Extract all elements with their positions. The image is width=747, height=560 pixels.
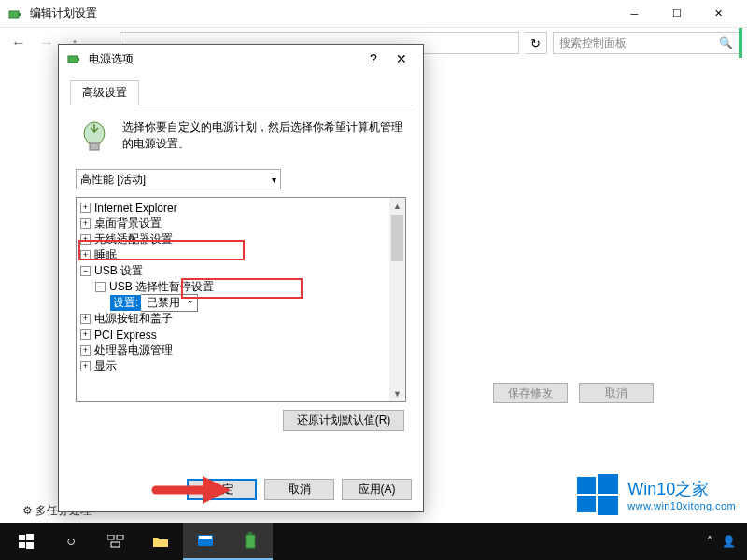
tab-content: 选择你要自定义的电源计划，然后选择你希望计算机管理的电源设置。 高性能 [活动]… — [70, 105, 412, 408]
forward-button[interactable]: → — [35, 32, 58, 54]
chevron-down-icon: ▾ — [272, 175, 276, 185]
search-icon: 🔍 — [719, 36, 733, 49]
close-button[interactable]: ✕ — [698, 1, 740, 27]
parent-button-row: 保存修改 取消 — [493, 383, 654, 403]
svg-rect-5 — [90, 143, 99, 150]
parent-title: 编辑计划设置 — [30, 6, 613, 21]
chevron-down-icon: ⌄ — [187, 296, 194, 305]
svg-rect-20 — [248, 532, 252, 535]
dialog-titlebar: 电源选项 ? ✕ — [59, 45, 423, 73]
start-button[interactable] — [4, 523, 49, 560]
windows-logo-icon — [577, 474, 618, 515]
tree-item-usb[interactable]: −USB 设置 — [77, 263, 389, 279]
svg-rect-8 — [577, 496, 596, 512]
svg-rect-15 — [117, 535, 123, 539]
expand-icon[interactable]: + — [80, 250, 91, 260]
tray-people-icon[interactable]: 👤 — [722, 535, 736, 548]
expand-icon[interactable]: + — [80, 203, 91, 213]
window-controls: ─ ☐ ✕ — [613, 1, 740, 27]
watermark: Win10之家 www.win10xitong.com — [577, 474, 736, 515]
collapse-icon[interactable]: − — [95, 282, 106, 292]
svg-rect-0 — [9, 11, 19, 18]
settings-tree: +Internet Explorer +桌面背景设置 +无线适配器设置 +睡眠 … — [76, 197, 406, 402]
dialog-title: 电源选项 — [89, 51, 359, 67]
minimize-button[interactable]: ─ — [613, 1, 655, 27]
battery-icon — [244, 532, 257, 549]
scroll-thumb[interactable] — [391, 215, 403, 261]
taskbar: ○ ˄ 👤 — [0, 523, 747, 560]
info-row: 选择你要自定义的电源计划，然后选择你希望计算机管理的电源设置。 — [76, 119, 406, 156]
annotation-arrow — [151, 471, 235, 505]
tree-scrollbar[interactable]: ▲ ▼ — [389, 198, 405, 401]
cortana-button[interactable]: ○ — [49, 523, 93, 560]
svg-rect-16 — [111, 542, 120, 547]
parent-titlebar: 编辑计划设置 ─ ☐ ✕ — [0, 0, 747, 28]
tab-advanced[interactable]: 高级设置 — [70, 80, 139, 105]
svg-rect-2 — [68, 56, 78, 63]
svg-rect-3 — [78, 58, 79, 61]
tray-chevron-up-icon[interactable]: ˄ — [707, 535, 712, 548]
expand-icon[interactable]: + — [80, 345, 91, 356]
tree-item-desktop-bg[interactable]: +桌面背景设置 — [77, 216, 389, 231]
expand-icon[interactable]: + — [80, 329, 91, 340]
svg-rect-6 — [577, 477, 596, 494]
svg-rect-10 — [19, 535, 25, 540]
settings-window-icon — [197, 534, 214, 547]
refresh-button[interactable]: ↻ — [525, 32, 547, 54]
svg-rect-13 — [26, 542, 34, 549]
scroll-down-icon[interactable]: ▼ — [389, 385, 405, 401]
svg-rect-18 — [199, 536, 212, 539]
task-view-button[interactable] — [93, 523, 138, 560]
setting-combo[interactable]: 设置: 已禁用⌄ — [110, 295, 198, 311]
tree-item-ie[interactable]: +Internet Explorer — [77, 200, 389, 216]
windows-icon — [19, 534, 34, 549]
apply-button[interactable]: 应用(A) — [342, 479, 412, 500]
tree-item-sleep[interactable]: +睡眠 — [77, 247, 389, 263]
tree-item-pci-express[interactable]: +PCI Express — [77, 327, 389, 343]
taskbar-app-power[interactable] — [228, 523, 273, 560]
svg-rect-12 — [19, 542, 25, 548]
taskbar-app-folder[interactable] — [138, 523, 183, 560]
svg-rect-11 — [26, 534, 34, 540]
tree-item-usb-suspend[interactable]: −USB 选择性暂停设置 — [77, 279, 389, 295]
expand-icon[interactable]: + — [80, 361, 91, 371]
watermark-title: Win10之家 — [627, 478, 736, 500]
expand-icon[interactable]: + — [80, 314, 91, 324]
plan-select[interactable]: 高性能 [活动] ▾ — [76, 169, 281, 189]
expand-icon[interactable]: + — [80, 218, 91, 229]
tree-item-usb-setting: 设置: 已禁用⌄ — [77, 295, 389, 311]
search-input[interactable]: 搜索控制面板 🔍 — [553, 32, 740, 54]
svg-rect-9 — [598, 496, 618, 515]
setting-value: 已禁用⌄ — [141, 294, 198, 312]
cancel-button[interactable]: 取消 — [264, 479, 334, 500]
expand-icon[interactable]: + — [80, 234, 91, 245]
folder-icon — [152, 535, 169, 548]
svg-rect-19 — [246, 535, 255, 548]
dialog-close-button[interactable]: ✕ — [388, 51, 416, 66]
tree-inner: +Internet Explorer +桌面背景设置 +无线适配器设置 +睡眠 … — [77, 198, 389, 401]
taskbar-app-settings[interactable] — [183, 523, 228, 560]
cancel-parent-button[interactable]: 取消 — [579, 383, 654, 403]
power-options-dialog: 电源选项 ? ✕ 高级设置 选择你要自定义的电源计划，然后选择你希望计算机管理的… — [58, 44, 424, 512]
info-text: 选择你要自定义的电源计划，然后选择你希望计算机管理的电源设置。 — [122, 119, 406, 156]
setting-label: 设置: — [110, 295, 141, 311]
dialog-body: 高级设置 选择你要自定义的电源计划，然后选择你希望计算机管理的电源设置。 高性能… — [59, 73, 423, 415]
task-view-icon — [107, 535, 124, 548]
tab-bar: 高级设置 — [70, 80, 412, 105]
system-tray: ˄ 👤 — [707, 535, 743, 548]
tree-item-cpu-power[interactable]: +处理器电源管理 — [77, 343, 389, 358]
tree-item-wireless[interactable]: +无线适配器设置 — [77, 231, 389, 247]
scroll-up-icon[interactable]: ▲ — [389, 198, 405, 214]
tree-item-display[interactable]: +显示 — [77, 358, 389, 374]
restore-defaults-button[interactable]: 还原计划默认值(R) — [283, 410, 404, 431]
save-changes-button[interactable]: 保存修改 — [493, 383, 568, 403]
tree-item-power-buttons[interactable]: +电源按钮和盖子 — [77, 311, 389, 327]
maximize-button[interactable]: ☐ — [655, 1, 698, 27]
svg-rect-7 — [598, 474, 618, 494]
watermark-text: Win10之家 www.win10xitong.com — [627, 478, 736, 511]
help-button[interactable]: ? — [359, 51, 388, 66]
bulb-icon — [76, 119, 113, 156]
watermark-url: www.win10xitong.com — [627, 500, 736, 511]
collapse-icon[interactable]: − — [80, 266, 91, 276]
back-button[interactable]: ← — [7, 32, 30, 54]
